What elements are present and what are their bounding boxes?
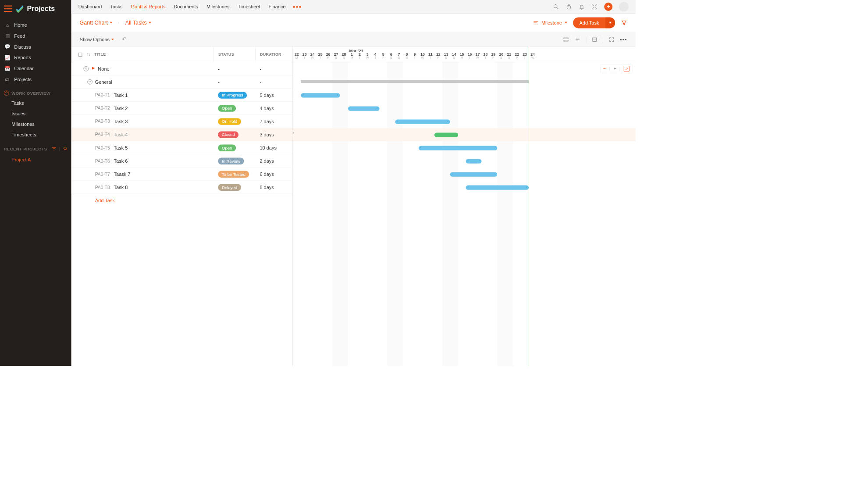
gantt-bar[interactable] (395, 119, 450, 124)
status-badge[interactable]: Closed (218, 131, 238, 138)
tab-milestones[interactable]: Milestones (206, 4, 230, 9)
task-row[interactable]: PA0-T3Task 3On Hold7 days (71, 115, 293, 128)
gantt-bar[interactable] (434, 132, 458, 137)
view-option-2-icon[interactable] (574, 36, 581, 43)
task-row[interactable]: PA0-T1Task 1In Progress5 days (71, 89, 293, 102)
search-icon[interactable] (553, 4, 559, 10)
collapse-icon[interactable] (83, 66, 89, 71)
work-overview-label: WORK OVERVIEW (11, 91, 50, 96)
task-row[interactable]: PA0-T6Task 6In Review2 days (71, 154, 293, 168)
sidebar-item-discuss[interactable]: 💬Discuss (0, 41, 71, 52)
hamburger-icon[interactable] (4, 5, 12, 12)
status-badge[interactable]: In Progress (218, 92, 247, 98)
tab-timesheet[interactable]: Timesheet (238, 4, 260, 9)
filter-icon[interactable] (621, 19, 627, 26)
fullscreen-icon[interactable] (608, 36, 615, 43)
add-task-button[interactable]: Add Task (573, 17, 615, 28)
tab-tasks[interactable]: Tasks (110, 4, 122, 9)
recent-project-item[interactable]: Project A (0, 154, 71, 165)
sort-icon[interactable] (87, 53, 91, 57)
collapse-icon[interactable] (87, 79, 92, 85)
gantt-bar[interactable] (419, 146, 497, 150)
status-badge[interactable]: Open (218, 105, 236, 111)
group-row-none[interactable]: ⚑None - - (71, 62, 293, 75)
task-row[interactable]: PA0-T4Task 4Closed3 days (71, 128, 293, 141)
gantt-bar[interactable] (348, 106, 379, 111)
more-options-icon[interactable]: ••• (620, 36, 627, 42)
show-options[interactable]: Show Options (80, 36, 114, 42)
sidebar-item-issues[interactable]: Issues (0, 108, 71, 119)
gantt-chart[interactable]: Mar '21 22M23T24W25T26F27S28S1M2T3W4T5F6… (293, 47, 636, 366)
logo-icon (15, 4, 24, 13)
timeline-day: 22M (513, 52, 521, 62)
gantt-row (293, 102, 636, 115)
gantt-bar[interactable] (450, 172, 498, 177)
task-row[interactable]: PA0-T5Task 5Open10 days (71, 141, 293, 154)
milestone-select[interactable]: Milestone (533, 20, 567, 25)
nav-icon: 📅 (4, 65, 10, 71)
avatar[interactable] (619, 2, 629, 11)
resize-handle-icon[interactable]: ⇔ (293, 130, 295, 137)
status-badge[interactable]: On Hold (218, 118, 241, 125)
crumb-all-tasks[interactable]: All Tasks (125, 19, 151, 26)
timeline-day: 20S (497, 52, 505, 62)
tools-icon[interactable] (591, 4, 598, 10)
sidebar-item-reports[interactable]: 📈Reports (0, 52, 71, 63)
timeline-day: 14S (450, 52, 458, 62)
group-row-general[interactable]: General - - (71, 75, 293, 89)
sidebar-item-calendar[interactable]: 📅Calendar (0, 63, 71, 74)
status-badge[interactable]: To be Tested (218, 171, 249, 177)
task-grid: TITLE STATUS DURATION ⚑None - - General … (71, 47, 293, 366)
task-row[interactable]: PA0-T8Task 8Delayed8 days (71, 181, 293, 194)
gantt-bar[interactable] (301, 93, 340, 97)
tab-dashboard[interactable]: Dashboard (78, 4, 102, 9)
gantt-bar[interactable] (466, 159, 482, 163)
undo-icon[interactable]: ↶ (122, 36, 127, 43)
crumb-gantt-chart[interactable]: Gantt Chart (80, 19, 113, 26)
sidebar-item-projects[interactable]: 🗂Projects (0, 74, 71, 85)
zoom-fit-icon[interactable]: ⤢ (624, 66, 630, 71)
calendar-icon[interactable] (591, 36, 598, 43)
sidebar: Projects ⌂Home▤Feed💬Discuss📈Reports📅Cale… (0, 0, 71, 366)
tab-documents[interactable]: Documents (174, 4, 198, 9)
status-badge[interactable]: Delayed (218, 184, 241, 190)
task-id: PA0-T6 (95, 158, 110, 164)
task-row[interactable]: PA0-T7Taask 7To be Tested6 days (71, 168, 293, 181)
status-badge[interactable]: Open (218, 144, 236, 151)
chevron-up-icon[interactable] (4, 91, 9, 96)
tab-finance[interactable]: Finance (268, 4, 285, 9)
col-header-status[interactable]: STATUS (218, 52, 234, 57)
tab-gantt-reports[interactable]: Gantt & Reports (131, 4, 166, 9)
task-id: PA0-T2 (95, 106, 110, 111)
summary-bar[interactable] (301, 80, 529, 83)
gantt-row (293, 128, 636, 141)
sidebar-item-milestones[interactable]: Milestones (0, 119, 71, 129)
task-row[interactable]: PA0-T2Task 2Open4 days (71, 102, 293, 115)
view-option-1-icon[interactable] (563, 36, 569, 43)
filter-settings-icon[interactable] (51, 146, 57, 151)
status-badge[interactable]: In Review (218, 157, 244, 164)
timer-icon[interactable] (566, 4, 572, 10)
col-header-duration[interactable]: DURATION (260, 52, 281, 57)
zoom-out-icon[interactable]: − (603, 66, 606, 71)
sidebar-item-timesheets[interactable]: Timesheets (0, 129, 71, 140)
sidebar-item-tasks[interactable]: Tasks (0, 98, 71, 108)
add-task-link[interactable]: Add Task (71, 194, 293, 207)
sidebar-item-feed[interactable]: ▤Feed (0, 30, 71, 41)
search-icon[interactable] (63, 146, 68, 151)
expand-all-icon[interactable] (78, 52, 83, 57)
zoom-in-icon[interactable]: + (614, 66, 616, 71)
nav-recent: Project A (0, 154, 71, 165)
timeline-day: 4T (371, 52, 379, 62)
nav-icon: ▤ (4, 33, 10, 39)
add-global-button[interactable]: + (604, 2, 612, 11)
main: DashboardTasksGantt & ReportsDocumentsMi… (71, 0, 636, 366)
bell-icon[interactable] (579, 4, 585, 10)
timeline-day: 16T (466, 52, 474, 62)
gantt-bar[interactable] (466, 186, 529, 190)
task-duration: 2 days (255, 158, 292, 164)
sidebar-item-home[interactable]: ⌂Home (0, 19, 71, 30)
timeline-day: 11T (427, 52, 434, 62)
col-header-title[interactable]: TITLE (94, 52, 106, 57)
add-task-split-icon[interactable] (605, 17, 615, 28)
